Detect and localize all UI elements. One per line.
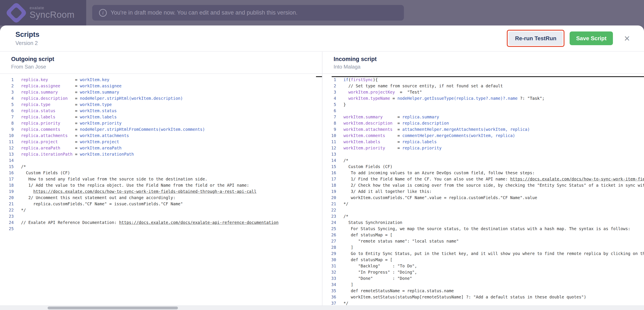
code-token: def statusMap = [ bbox=[344, 233, 392, 237]
code-token: = bbox=[75, 77, 80, 82]
code-token: workItem.customFields."CF Name".value = … bbox=[344, 195, 537, 200]
code-token: = bbox=[75, 115, 80, 119]
line-number: 7 bbox=[322, 114, 336, 120]
line-number: 12 bbox=[322, 145, 336, 151]
line-number: 11 bbox=[0, 139, 14, 145]
outgoing-code-editor[interactable]: 1234567891011121314151617181920212223242… bbox=[0, 77, 322, 232]
code-token: replica.description bbox=[21, 96, 75, 101]
outgoing-scrollbar-thumb[interactable] bbox=[316, 76, 322, 77]
code-token: replica.summary bbox=[21, 90, 75, 94]
exalate-logo-icon bbox=[4, 0, 29, 25]
code-line bbox=[344, 151, 644, 157]
code-link[interactable]: https://docs.exalate.com/docs/how-to-syn… bbox=[33, 189, 256, 194]
code-line: } bbox=[344, 102, 644, 108]
code-token: "Backlog" : "To Do", bbox=[344, 264, 417, 268]
line-number: 30 bbox=[322, 257, 336, 263]
code-line: workItem.labels = replica.labels bbox=[344, 139, 644, 145]
code-line: "remote status name": "local status name… bbox=[344, 238, 644, 244]
outgoing-editor: Outgoing script From San Jose 1234567891… bbox=[0, 52, 322, 310]
code-token: 1/ Add the value to the replica object. … bbox=[21, 183, 249, 187]
line-number: 17 bbox=[0, 176, 14, 182]
horizontal-scrollbar-thumb[interactable] bbox=[48, 307, 178, 309]
code-token: replica.customFields."CF Name" = issue.c… bbox=[21, 201, 183, 206]
code-line bbox=[21, 213, 322, 219]
code-line: // Set type name from source entity, if … bbox=[344, 83, 644, 89]
line-number: 12 bbox=[0, 145, 14, 151]
code-token: workItem.areaPath bbox=[80, 146, 122, 150]
code-token: */ bbox=[344, 301, 348, 306]
code-line: ] bbox=[344, 244, 644, 251]
outgoing-header: Outgoing script From San Jose bbox=[0, 52, 322, 74]
code-line: Go to Entity Sync Status, put in the tic… bbox=[344, 251, 644, 257]
panel-titles: Scripts Version 2 bbox=[16, 30, 40, 46]
horizontal-scrollbar[interactable] bbox=[0, 306, 644, 310]
draft-mode-banner: i You're in draft mode now. You can edit… bbox=[92, 5, 404, 20]
code-token: = bbox=[398, 139, 402, 144]
code-token: workItem.priority bbox=[344, 146, 398, 150]
code-token: workItem.iterationPath bbox=[80, 152, 134, 156]
code-line: */ bbox=[344, 201, 644, 207]
code-token: replica.labels bbox=[402, 139, 437, 144]
line-number: 9 bbox=[0, 126, 14, 133]
line-number: 4 bbox=[322, 95, 336, 102]
incoming-scrollbar-thumb[interactable] bbox=[332, 76, 644, 77]
line-number: 2 bbox=[322, 83, 336, 89]
incoming-header: Incoming script Into Malaga bbox=[322, 52, 644, 74]
code-token: 2/ Check how the value is coming over fr… bbox=[344, 183, 644, 187]
close-icon[interactable]: × bbox=[622, 32, 632, 44]
code-line: def statusMap = [ bbox=[344, 232, 644, 238]
line-number: 32 bbox=[322, 269, 336, 275]
incoming-editor: Incoming script Into Malaga 123456789101… bbox=[322, 52, 644, 310]
code-token: ( bbox=[348, 77, 351, 82]
line-number: 2 bbox=[0, 83, 14, 89]
draft-banner-text: You're in draft mode now. You can edit a… bbox=[110, 9, 298, 16]
code-token: = bbox=[390, 96, 397, 101]
code-token: "In Progress" : "Doing", bbox=[344, 270, 417, 275]
code-line: How to send any field value from the sou… bbox=[21, 176, 322, 182]
logo-block: exalate SyncRoom bbox=[0, 0, 86, 25]
code-token: workItem.setStatus(statusMap[remoteStatu… bbox=[344, 295, 586, 299]
code-token: To add incoming values to an Azure DevOp… bbox=[344, 170, 535, 175]
line-number: 5 bbox=[0, 102, 14, 108]
code-token: = bbox=[75, 102, 80, 107]
code-token: // Exalate API Reference Documentation: bbox=[21, 220, 119, 225]
line-number: 29 bbox=[322, 251, 336, 257]
code-link[interactable]: https://docs.exalate.com/docs/exalate-ap… bbox=[119, 220, 279, 225]
code-token: = bbox=[398, 115, 402, 119]
line-number: 23 bbox=[0, 213, 14, 219]
editors-container: Outgoing script From San Jose 1234567891… bbox=[0, 52, 644, 310]
line-number: 34 bbox=[322, 282, 336, 288]
line-number: 35 bbox=[322, 288, 336, 294]
code-token: workItem.status bbox=[80, 108, 117, 113]
code-line: replica.comments = nodeHelper.stripHtmlF… bbox=[21, 126, 322, 133]
line-number: 8 bbox=[0, 120, 14, 126]
code-token: replica.assignee bbox=[21, 84, 75, 88]
code-token: replica.type bbox=[21, 102, 75, 107]
brand-exalate: exalate bbox=[30, 6, 74, 10]
line-number: 23 bbox=[322, 213, 336, 219]
page-title: Scripts bbox=[16, 30, 40, 38]
code-token: ){ bbox=[373, 77, 378, 82]
code-token: = bbox=[395, 90, 407, 94]
incoming-code-editor[interactable]: 1234567891011121314151617181920212223242… bbox=[322, 77, 644, 310]
save-script-button[interactable]: Save Script bbox=[570, 31, 613, 45]
code-token: ?: bbox=[518, 96, 528, 101]
code-link[interactable]: https://docs.exalate.com/docs/how-to-syn… bbox=[510, 177, 644, 181]
code-token: = bbox=[75, 90, 80, 94]
code-token: 2/ Uncomment this next statement out and… bbox=[21, 195, 176, 200]
code-token: if bbox=[344, 77, 348, 82]
outgoing-subtitle: From San Jose bbox=[11, 64, 322, 70]
code-token: nodeHelper.stripHtml(workItem.descriptio… bbox=[80, 96, 183, 101]
code-token: workItem.summary bbox=[344, 115, 398, 119]
code-token: workItem.project bbox=[80, 139, 119, 144]
code-line: "Done" : "Done" bbox=[344, 275, 644, 282]
code-line: replica.areaPath = workItem.areaPath bbox=[21, 145, 322, 151]
code-line: replica.labels = workItem.labels bbox=[21, 114, 322, 120]
code-token: replica.priority bbox=[402, 146, 442, 150]
rerun-testrun-button[interactable]: Re-run TestRun bbox=[508, 31, 563, 45]
incoming-title: Incoming script bbox=[334, 56, 644, 62]
code-token: = bbox=[75, 133, 80, 138]
line-number: 6 bbox=[0, 108, 14, 114]
code-token: workItem.labels bbox=[344, 139, 398, 144]
code-token: workItem.attachments bbox=[344, 127, 398, 132]
